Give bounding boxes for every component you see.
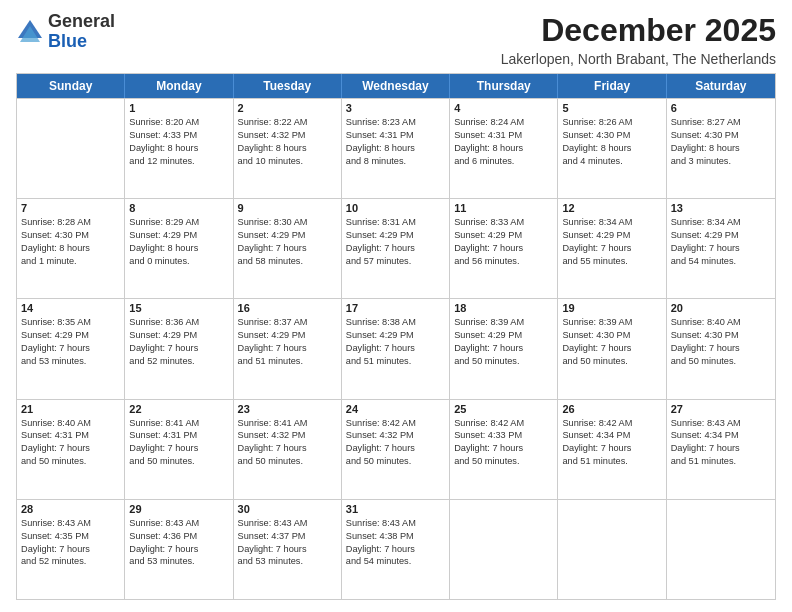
minutes-text: and 3 minutes. <box>671 155 771 168</box>
daylight-text: Daylight: 7 hours <box>129 543 228 556</box>
sunset-text: Sunset: 4:30 PM <box>671 329 771 342</box>
sunset-text: Sunset: 4:29 PM <box>454 229 553 242</box>
day-cell-21: 21Sunrise: 8:40 AMSunset: 4:31 PMDayligh… <box>17 400 125 499</box>
day-number: 8 <box>129 202 228 214</box>
sunset-text: Sunset: 4:29 PM <box>671 229 771 242</box>
daylight-text: Daylight: 7 hours <box>671 342 771 355</box>
sunrise-text: Sunrise: 8:43 AM <box>346 517 445 530</box>
sunset-text: Sunset: 4:33 PM <box>129 129 228 142</box>
sunset-text: Sunset: 4:34 PM <box>562 429 661 442</box>
logo-blue: Blue <box>48 32 115 52</box>
sunset-text: Sunset: 4:29 PM <box>454 329 553 342</box>
daylight-text: Daylight: 8 hours <box>562 142 661 155</box>
empty-cell <box>558 500 666 599</box>
day-cell-17: 17Sunrise: 8:38 AMSunset: 4:29 PMDayligh… <box>342 299 450 398</box>
minutes-text: and 8 minutes. <box>346 155 445 168</box>
day-number: 26 <box>562 403 661 415</box>
sunrise-text: Sunrise: 8:37 AM <box>238 316 337 329</box>
header-day-monday: Monday <box>125 74 233 98</box>
sunrise-text: Sunrise: 8:39 AM <box>562 316 661 329</box>
day-cell-19: 19Sunrise: 8:39 AMSunset: 4:30 PMDayligh… <box>558 299 666 398</box>
sunrise-text: Sunrise: 8:31 AM <box>346 216 445 229</box>
sunset-text: Sunset: 4:31 PM <box>454 129 553 142</box>
sunrise-text: Sunrise: 8:23 AM <box>346 116 445 129</box>
day-cell-6: 6Sunrise: 8:27 AMSunset: 4:30 PMDaylight… <box>667 99 775 198</box>
empty-cell <box>667 500 775 599</box>
daylight-text: Daylight: 7 hours <box>454 242 553 255</box>
minutes-text: and 10 minutes. <box>238 155 337 168</box>
sunrise-text: Sunrise: 8:24 AM <box>454 116 553 129</box>
sunrise-text: Sunrise: 8:43 AM <box>21 517 120 530</box>
minutes-text: and 51 minutes. <box>562 455 661 468</box>
logo: General Blue <box>16 12 115 52</box>
day-cell-14: 14Sunrise: 8:35 AMSunset: 4:29 PMDayligh… <box>17 299 125 398</box>
logo-icon <box>16 18 44 46</box>
day-number: 15 <box>129 302 228 314</box>
sunrise-text: Sunrise: 8:20 AM <box>129 116 228 129</box>
sunset-text: Sunset: 4:29 PM <box>562 229 661 242</box>
week-row-4: 28Sunrise: 8:43 AMSunset: 4:35 PMDayligh… <box>17 499 775 599</box>
location: Lakerlopen, North Brabant, The Netherlan… <box>501 51 776 67</box>
day-cell-16: 16Sunrise: 8:37 AMSunset: 4:29 PMDayligh… <box>234 299 342 398</box>
daylight-text: Daylight: 7 hours <box>21 442 120 455</box>
minutes-text: and 50 minutes. <box>129 455 228 468</box>
sunrise-text: Sunrise: 8:41 AM <box>238 417 337 430</box>
header-day-sunday: Sunday <box>17 74 125 98</box>
day-cell-31: 31Sunrise: 8:43 AMSunset: 4:38 PMDayligh… <box>342 500 450 599</box>
sunset-text: Sunset: 4:30 PM <box>671 129 771 142</box>
day-number: 16 <box>238 302 337 314</box>
daylight-text: Daylight: 7 hours <box>562 242 661 255</box>
week-row-0: 1Sunrise: 8:20 AMSunset: 4:33 PMDaylight… <box>17 98 775 198</box>
sunrise-text: Sunrise: 8:42 AM <box>346 417 445 430</box>
day-number: 11 <box>454 202 553 214</box>
header-day-friday: Friday <box>558 74 666 98</box>
day-cell-1: 1Sunrise: 8:20 AMSunset: 4:33 PMDaylight… <box>125 99 233 198</box>
daylight-text: Daylight: 8 hours <box>21 242 120 255</box>
minutes-text: and 50 minutes. <box>562 355 661 368</box>
day-cell-5: 5Sunrise: 8:26 AMSunset: 4:30 PMDaylight… <box>558 99 666 198</box>
minutes-text: and 50 minutes. <box>346 455 445 468</box>
daylight-text: Daylight: 7 hours <box>238 342 337 355</box>
sunset-text: Sunset: 4:32 PM <box>238 129 337 142</box>
day-number: 5 <box>562 102 661 114</box>
sunset-text: Sunset: 4:30 PM <box>562 129 661 142</box>
title-section: December 2025 Lakerlopen, North Brabant,… <box>501 12 776 67</box>
day-number: 7 <box>21 202 120 214</box>
day-number: 12 <box>562 202 661 214</box>
minutes-text: and 58 minutes. <box>238 255 337 268</box>
empty-cell <box>450 500 558 599</box>
daylight-text: Daylight: 8 hours <box>346 142 445 155</box>
sunrise-text: Sunrise: 8:42 AM <box>562 417 661 430</box>
daylight-text: Daylight: 7 hours <box>562 342 661 355</box>
day-cell-15: 15Sunrise: 8:36 AMSunset: 4:29 PMDayligh… <box>125 299 233 398</box>
day-cell-26: 26Sunrise: 8:42 AMSunset: 4:34 PMDayligh… <box>558 400 666 499</box>
sunrise-text: Sunrise: 8:28 AM <box>21 216 120 229</box>
day-cell-10: 10Sunrise: 8:31 AMSunset: 4:29 PMDayligh… <box>342 199 450 298</box>
daylight-text: Daylight: 7 hours <box>671 242 771 255</box>
day-cell-27: 27Sunrise: 8:43 AMSunset: 4:34 PMDayligh… <box>667 400 775 499</box>
day-number: 31 <box>346 503 445 515</box>
sunset-text: Sunset: 4:30 PM <box>562 329 661 342</box>
day-number: 1 <box>129 102 228 114</box>
daylight-text: Daylight: 7 hours <box>346 543 445 556</box>
minutes-text: and 55 minutes. <box>562 255 661 268</box>
minutes-text: and 52 minutes. <box>129 355 228 368</box>
day-number: 29 <box>129 503 228 515</box>
logo-general: General <box>48 12 115 32</box>
day-cell-18: 18Sunrise: 8:39 AMSunset: 4:29 PMDayligh… <box>450 299 558 398</box>
minutes-text: and 4 minutes. <box>562 155 661 168</box>
day-number: 21 <box>21 403 120 415</box>
daylight-text: Daylight: 7 hours <box>21 342 120 355</box>
sunset-text: Sunset: 4:37 PM <box>238 530 337 543</box>
day-cell-25: 25Sunrise: 8:42 AMSunset: 4:33 PMDayligh… <box>450 400 558 499</box>
minutes-text: and 56 minutes. <box>454 255 553 268</box>
day-cell-4: 4Sunrise: 8:24 AMSunset: 4:31 PMDaylight… <box>450 99 558 198</box>
minutes-text: and 53 minutes. <box>129 555 228 568</box>
day-number: 6 <box>671 102 771 114</box>
day-number: 30 <box>238 503 337 515</box>
sunrise-text: Sunrise: 8:43 AM <box>238 517 337 530</box>
daylight-text: Daylight: 7 hours <box>346 442 445 455</box>
minutes-text: and 50 minutes. <box>454 455 553 468</box>
day-number: 18 <box>454 302 553 314</box>
header-day-tuesday: Tuesday <box>234 74 342 98</box>
